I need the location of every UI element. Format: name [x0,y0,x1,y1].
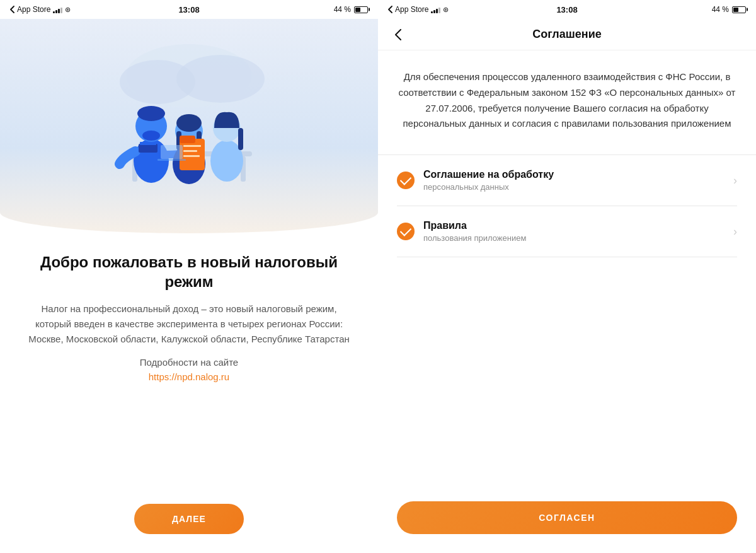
signal-bars-1 [53,6,62,13]
chevron-right-icon-1: › [733,174,737,187]
agreement-item-1[interactable]: Соглашение на обработку персональных дан… [397,155,737,206]
svg-point-8 [142,131,160,141]
agreement-item-1-sub: персональных данных [423,182,733,192]
nav-bar: Соглашение [378,19,756,50]
time-1: 13:08 [178,5,199,15]
agreement-item-1-title: Соглашение на обработку [423,169,733,180]
wifi-icon-1: ⊛ [65,6,71,14]
agreement-item-2-title: Правила [423,220,733,231]
illustration-area [0,19,378,233]
agreement-body: Для обеспечения процессов удаленного вза… [378,50,756,486]
time-2: 13:08 [556,5,577,15]
back-chevron-icon [10,6,14,13]
svg-point-9 [137,106,165,121]
agreement-item-2-content: Правила пользования приложением [423,220,733,243]
app-store-label-1: App Store [17,5,50,14]
battery-percent-1: 44 % [334,5,351,14]
check-icon-1 [397,172,415,189]
agreement-item-2[interactable]: Правила пользования приложением › [397,206,737,257]
more-text: Подробности на сайте [140,357,238,368]
status-bar-2: App Store ⊛ 13:08 44 % [378,0,756,19]
status-left-1: App Store ⊛ [10,5,71,14]
welcome-title: Добро пожаловать в новый налоговый режим [25,252,353,291]
svg-rect-22 [238,128,243,150]
website-link[interactable]: https://npd.nalog.ru [149,371,229,382]
svg-rect-23 [139,144,158,153]
back-chevron-icon-2 [388,6,392,13]
check-icon-2 [397,223,415,240]
next-button[interactable]: ДАЛЕЕ [134,504,244,534]
svg-rect-24 [140,142,156,145]
welcome-screen: Добро пожаловать в новый налоговый режим… [0,19,378,553]
agreement-item-2-sub: пользования приложением [423,233,733,243]
back-button[interactable] [388,25,408,45]
status-left-2: App Store ⊛ [388,5,449,14]
chevron-right-icon-2: › [733,225,737,238]
welcome-description: Налог на профессиональный доход – это но… [25,301,353,347]
agreement-item-1-content: Соглашение на обработку персональных дан… [423,169,733,192]
svg-rect-17 [183,145,201,147]
svg-rect-19 [183,155,200,157]
svg-rect-16 [180,136,195,143]
wifi-icon-2: ⊛ [443,6,449,14]
battery-icon-2 [732,6,746,13]
agree-button[interactable]: СОГЛАСЕН [397,501,737,534]
nav-title: Соглашение [532,28,601,41]
svg-point-2 [176,55,265,103]
battery-icon-1 [354,6,368,13]
svg-rect-18 [183,150,197,152]
svg-rect-15 [180,139,205,170]
battery-percent-2: 44 % [712,5,729,14]
welcome-content: Добро пожаловать в новый налоговый режим… [0,233,378,534]
status-right-2: 44 % [712,5,746,14]
signal-bars-2 [431,6,440,13]
welcome-illustration [88,38,290,214]
svg-rect-26 [158,159,186,161]
agreement-intro-text: Для обеспечения процессов удаленного вза… [397,69,737,132]
status-bar-1: App Store ⊛ 13:08 44 % [0,0,378,19]
agreement-panel: App Store ⊛ 13:08 44 % Соглашение Для об… [378,0,756,553]
welcome-panel: App Store ⊛ 13:08 44 % [0,0,378,553]
status-right-1: 44 % [334,5,368,14]
svg-rect-25 [161,145,183,159]
agreement-footer: СОГЛАСЕН [378,486,756,553]
svg-point-12 [176,114,202,132]
app-store-label-2: App Store [395,5,428,14]
back-chevron-nav-icon [395,29,401,40]
